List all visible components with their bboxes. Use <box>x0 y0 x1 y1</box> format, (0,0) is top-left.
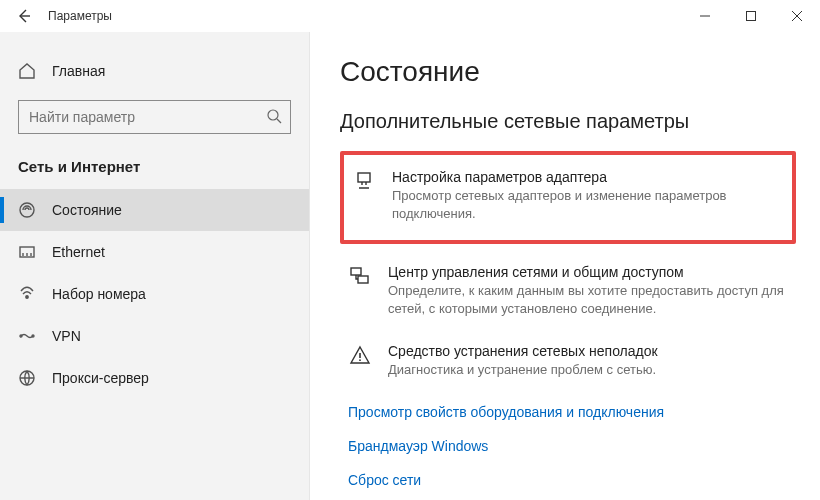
main-content: Состояние Дополнительные сетевые парамет… <box>310 32 820 500</box>
sidebar-item-label: VPN <box>52 328 81 344</box>
proxy-icon <box>18 369 36 387</box>
sidebar-category-title: Сеть и Интернет <box>0 152 309 189</box>
svg-point-4 <box>26 296 28 298</box>
link-hardware-properties[interactable]: Просмотр свойств оборудования и подключе… <box>340 395 796 429</box>
svg-rect-9 <box>351 268 361 275</box>
home-icon <box>18 62 36 80</box>
page-title: Состояние <box>340 56 796 88</box>
option-network-center[interactable]: Центр управления сетями и общим доступом… <box>340 254 796 327</box>
sidebar-item-label: Ethernet <box>52 244 105 260</box>
maximize-button[interactable] <box>728 0 774 32</box>
warning-icon <box>348 343 372 367</box>
sidebar-item-vpn[interactable]: VPN <box>0 315 309 357</box>
adapter-icon <box>352 169 376 193</box>
link-network-reset[interactable]: Сброс сети <box>340 463 796 497</box>
svg-point-11 <box>359 359 361 361</box>
option-title: Центр управления сетями и общим доступом <box>388 264 788 280</box>
close-icon <box>792 11 802 21</box>
option-title: Настройка параметров адаптера <box>392 169 784 185</box>
option-title: Средство устранения сетевых неполадок <box>388 343 658 359</box>
sidebar-item-label: Состояние <box>52 202 122 218</box>
status-icon <box>18 201 36 219</box>
sidebar-home[interactable]: Главная <box>0 56 309 86</box>
option-desc: Диагностика и устранение проблем с сетью… <box>388 361 658 379</box>
back-arrow-icon <box>16 8 32 24</box>
option-adapter-settings[interactable]: Настройка параметров адаптера Просмотр с… <box>340 151 796 244</box>
sidebar-item-label: Прокси-сервер <box>52 370 149 386</box>
sidebar: Главная Сеть и Интернет Состояние Ethern… <box>0 32 310 500</box>
search-input-wrap[interactable] <box>18 100 291 134</box>
section-title: Дополнительные сетевые параметры <box>340 110 796 133</box>
link-label: Брандмауэр Windows <box>348 438 488 454</box>
link-label: Просмотр свойств оборудования и подключе… <box>348 404 664 420</box>
svg-rect-8 <box>358 173 370 182</box>
sidebar-item-proxy[interactable]: Прокси-сервер <box>0 357 309 399</box>
sidebar-item-ethernet[interactable]: Ethernet <box>0 231 309 273</box>
svg-point-2 <box>20 203 34 217</box>
svg-point-1 <box>268 110 278 120</box>
option-desc: Просмотр сетевых адаптеров и изменение п… <box>392 187 784 222</box>
option-troubleshooter[interactable]: Средство устранения сетевых неполадок Ди… <box>340 333 796 389</box>
minimize-button[interactable] <box>682 0 728 32</box>
title-bar: Параметры <box>0 0 820 32</box>
option-desc: Определите, к каким данным вы хотите пре… <box>388 282 788 317</box>
back-button[interactable] <box>8 0 40 32</box>
vpn-icon <box>18 327 36 345</box>
minimize-icon <box>700 11 710 21</box>
sidebar-item-label: Набор номера <box>52 286 146 302</box>
svg-rect-10 <box>358 276 368 283</box>
ethernet-icon <box>18 243 36 261</box>
dialup-icon <box>18 285 36 303</box>
link-label: Сброс сети <box>348 472 421 488</box>
search-icon <box>266 108 282 127</box>
window-title: Параметры <box>40 9 112 23</box>
sidebar-item-dialup[interactable]: Набор номера <box>0 273 309 315</box>
maximize-icon <box>746 11 756 21</box>
link-firewall[interactable]: Брандмауэр Windows <box>340 429 796 463</box>
sidebar-item-status[interactable]: Состояние <box>0 189 309 231</box>
network-center-icon <box>348 264 372 288</box>
sidebar-home-label: Главная <box>52 63 105 79</box>
svg-rect-0 <box>747 11 756 20</box>
search-input[interactable] <box>29 109 266 125</box>
close-button[interactable] <box>774 0 820 32</box>
